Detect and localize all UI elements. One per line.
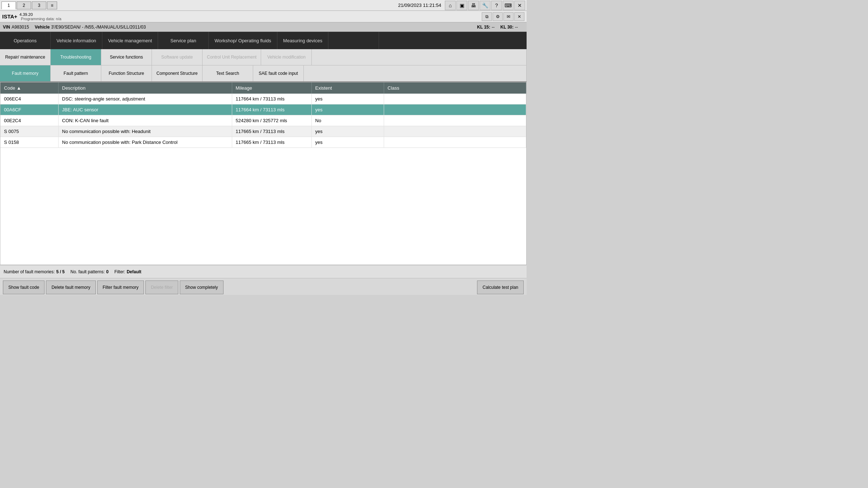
nav-tab-operations[interactable]: Operations (0, 32, 51, 49)
nav-tab-empty1 (328, 32, 379, 49)
col-header-class[interactable]: Class (384, 82, 526, 94)
table-row[interactable]: 006EC4 DSC: steering-angle sensor, adjus… (0, 94, 526, 104)
sub-nav-2: Fault memory Fault pattern Function Stru… (0, 65, 527, 82)
cell-mileage: 117665 km / 73113 mls (232, 137, 311, 148)
cell-mileage: 117664 km / 73113 mls (232, 104, 311, 115)
table-row[interactable]: 00A6CF JBE: AUC sensor 117664 km / 73113… (0, 104, 526, 115)
monitor-icon[interactable]: ▣ (456, 1, 467, 10)
fault-patterns-label: No. fault patterns: (71, 269, 105, 274)
sub-tab-service-functions[interactable]: Service functions (101, 49, 152, 65)
sub-tab-repair[interactable]: Repair/ maintenance (0, 49, 51, 65)
prog-data: Programming data: n/a (21, 17, 61, 21)
sub-tab-empty (312, 49, 527, 65)
vin-value: A983015 (12, 25, 29, 30)
cell-code: 00E2C4 (0, 115, 58, 126)
cell-code: 00A6CF (0, 104, 58, 115)
nav-tab-vehicle-mgmt[interactable]: Vehicle management (102, 32, 158, 49)
table-row[interactable]: 00E2C4 CON: K-CAN line fault 524280 km /… (0, 115, 526, 126)
status-bar: Number of fault memories: 5 / 5 No. faul… (0, 265, 527, 278)
home-icon[interactable]: ⌂ (445, 1, 456, 10)
cell-mileage: 117664 km / 73113 mls (232, 94, 311, 104)
mail-icon[interactable]: ✉ (503, 12, 514, 21)
help-icon[interactable]: ? (491, 1, 502, 10)
tab-3-button[interactable]: 3 (32, 1, 46, 9)
cell-code: 006EC4 (0, 94, 58, 104)
calculate-test-plan-button[interactable]: Calculate test plan (477, 281, 524, 294)
delete-filter-button: Delete filter (145, 281, 178, 294)
show-fault-code-button[interactable]: Show fault code (3, 281, 44, 294)
sub-tab2-sae-fault[interactable]: SAE fault code input (253, 65, 304, 81)
nav-tab-workshop[interactable]: Workshop/ Operating fluids (209, 32, 277, 49)
cell-class (384, 126, 526, 137)
fault-patterns-value: 0 (106, 269, 109, 274)
filter-fault-memory-button[interactable]: Filter fault memory (97, 281, 144, 294)
split-icon[interactable]: ⧉ (482, 12, 492, 21)
nav-tabs: Operations Vehicle information Vehicle m… (0, 32, 527, 49)
sub-tab2-fault-memory[interactable]: Fault memory (0, 65, 51, 81)
cell-description: JBE: AUC sensor (58, 104, 232, 115)
vin-bar: VIN A983015 Vehicle 3'/E90/SEDAN/ - /N55… (0, 22, 527, 32)
filter-value: Default (127, 269, 141, 274)
kl30-value: -- (515, 25, 518, 30)
delete-fault-memory-button[interactable]: Delete fault memory (46, 281, 95, 294)
print-icon[interactable]: 🖶 (468, 1, 479, 10)
fault-table: Code ▲ Description Mileage Existent Clas… (0, 82, 526, 148)
cell-existent: yes (311, 137, 384, 148)
kl15-label: KL 15: (477, 25, 490, 30)
sub-tab-troubleshooting[interactable]: Troubleshooting (51, 49, 101, 65)
sub-tab2-text-search[interactable]: Text Search (203, 65, 253, 81)
bottom-bar: Show fault code Delete fault memory Filt… (0, 278, 527, 295)
close-app-icon[interactable]: ✕ (514, 12, 524, 21)
keyboard-icon[interactable]: ⌨ (503, 1, 514, 10)
sub-tab2-function-structure[interactable]: Function Structure (101, 65, 152, 81)
settings-icon[interactable]: ⚙ (493, 12, 503, 21)
col-header-mileage[interactable]: Mileage (232, 82, 311, 94)
col-header-existent[interactable]: Existent (311, 82, 384, 94)
wrench-icon[interactable]: 🔧 (480, 1, 490, 10)
cell-description: No communication possible with: Park Dis… (58, 137, 232, 148)
cell-class (384, 137, 526, 148)
cell-mileage: 117665 km / 73113 mls (232, 126, 311, 137)
cell-description: DSC: steering-angle sensor, adjustment (58, 94, 232, 104)
fault-memories-label: Number of fault memories: (4, 269, 55, 274)
col-header-description[interactable]: Description (58, 82, 232, 94)
cell-code: S 0158 (0, 137, 58, 148)
table-row[interactable]: S 0158 No communication possible with: P… (0, 137, 526, 148)
cell-existent: yes (311, 94, 384, 104)
cell-code: S 0075 (0, 126, 58, 137)
app-version: 4.39.20 (20, 12, 61, 17)
filter-label: Filter: (114, 269, 125, 274)
cell-existent: yes (311, 126, 384, 137)
nav-tab-vehicle-info[interactable]: Vehicle information (51, 32, 102, 49)
sub-tab2-fault-pattern[interactable]: Fault pattern (51, 65, 101, 81)
nav-tab-service-plan[interactable]: Service plan (158, 32, 209, 49)
cell-mileage: 524280 km / 325772 mls (232, 115, 311, 126)
cell-class (384, 104, 526, 115)
cell-class (384, 94, 526, 104)
fault-table-area: Code ▲ Description Mileage Existent Clas… (0, 82, 527, 265)
show-completely-button[interactable]: Show completely (180, 281, 224, 294)
sub-tab2-component-structure[interactable]: Component Structure (152, 65, 203, 81)
app-bar: ISTA+ 4.39.20 Programming data: n/a ⧉ ⚙ … (0, 11, 527, 22)
sub-tab-control-unit: Control Unit Replacement (203, 49, 261, 65)
sub-tab2-empty (304, 65, 527, 81)
nav-tab-measuring[interactable]: Measuring devices (277, 32, 328, 49)
list-icon-button[interactable]: ≡ (47, 1, 57, 9)
cell-description: No communication possible with: Headunit (58, 126, 232, 137)
tab-1-button[interactable]: 1 (1, 1, 16, 9)
table-row[interactable]: S 0075 No communication possible with: H… (0, 126, 526, 137)
sub-nav-1: Repair/ maintenance Troubleshooting Serv… (0, 49, 527, 65)
tab-2-button[interactable]: 2 (17, 1, 31, 9)
cell-existent: yes (311, 104, 384, 115)
vehicle-label: Vehicle (35, 25, 50, 30)
cell-class (384, 115, 526, 126)
cell-description: CON: K-CAN line fault (58, 115, 232, 126)
app-name: ISTA+ (2, 13, 17, 20)
title-bar: 1 2 3 ≡ 21/09/2023 11:21:54 ⌂ ▣ 🖶 🔧 ? ⌨ … (0, 0, 527, 11)
fault-memories-value: 5 / 5 (56, 269, 64, 274)
datetime-display: 21/09/2023 11:21:54 (398, 3, 441, 8)
cell-existent: No (311, 115, 384, 126)
sub-tab-software-update: Software update (152, 49, 203, 65)
col-header-code[interactable]: Code ▲ (0, 82, 58, 94)
close-title-icon[interactable]: ✕ (514, 1, 525, 10)
